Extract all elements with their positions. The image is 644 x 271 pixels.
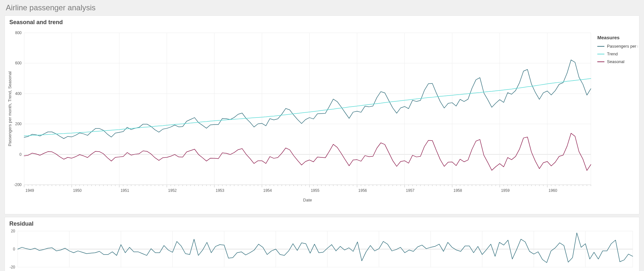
svg-text:200: 200: [15, 122, 22, 126]
svg-text:800: 800: [15, 31, 22, 35]
svg-text:1958: 1958: [453, 188, 462, 193]
series-trend: [24, 79, 591, 136]
page-title: Airline passenger analysis: [0, 0, 644, 14]
svg-text:-20: -20: [10, 265, 15, 269]
svg-text:1951: 1951: [120, 188, 129, 193]
legend-label[interactable]: Passengers per month: [607, 44, 638, 49]
panel-title-bottom: Residual: [5, 217, 639, 229]
svg-text:1949: 1949: [25, 188, 34, 193]
panel-residual: Residual -20020: [5, 217, 639, 271]
svg-text:Date: Date: [303, 198, 312, 202]
svg-text:1954: 1954: [263, 188, 272, 193]
chart-area-top[interactable]: -200020040060080019491950195119521953195…: [5, 27, 639, 214]
svg-text:600: 600: [15, 61, 22, 65]
svg-text:1955: 1955: [311, 188, 319, 193]
svg-text:20: 20: [11, 229, 15, 233]
chart-area-bottom[interactable]: -20020: [5, 229, 639, 271]
svg-text:1952: 1952: [168, 188, 177, 193]
series-seasonal: [24, 133, 591, 171]
svg-text:1959: 1959: [501, 188, 510, 193]
panel-title-top: Seasonal and trend: [5, 16, 639, 27]
series-passengers-per-month: [24, 60, 591, 138]
svg-text:0: 0: [13, 247, 15, 251]
svg-text:1956: 1956: [358, 188, 367, 193]
svg-text:0: 0: [19, 152, 22, 157]
series-residual: [18, 233, 633, 263]
legend-title: Measures: [597, 35, 620, 40]
legend-label[interactable]: Seasonal: [607, 59, 624, 64]
svg-text:1950: 1950: [73, 188, 82, 193]
svg-text:Passengers per month, Trend, S: Passengers per month, Trend, Seasonal: [7, 71, 12, 146]
svg-text:400: 400: [15, 91, 22, 96]
svg-text:1960: 1960: [549, 188, 557, 193]
panel-seasonal-trend: Seasonal and trend -20002004006008001949…: [5, 15, 639, 214]
svg-text:1957: 1957: [406, 188, 415, 193]
legend-label[interactable]: Trend: [607, 51, 618, 56]
svg-text:-200: -200: [14, 182, 22, 187]
svg-text:1953: 1953: [216, 188, 224, 193]
page-root: Airline passenger analysis Seasonal and …: [0, 0, 644, 271]
